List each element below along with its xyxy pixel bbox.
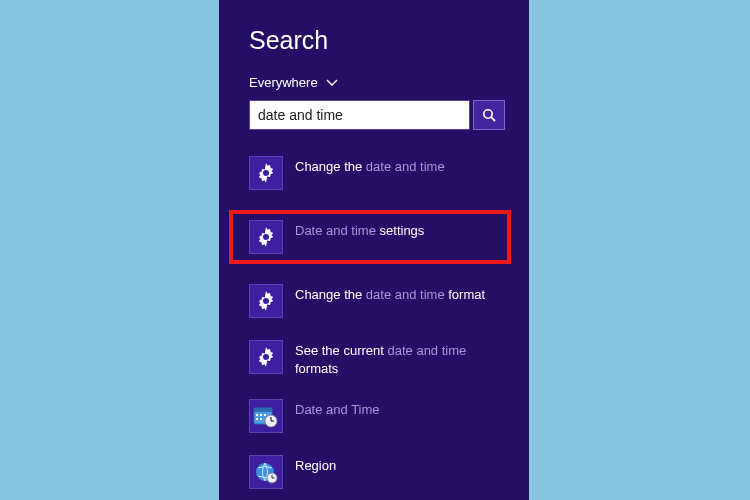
svg-point-5 [263,234,269,240]
search-result-label: Change the date and time format [295,284,485,304]
search-scope-dropdown[interactable]: Everywhere [249,75,505,90]
svg-rect-11 [254,408,272,412]
search-icon [481,107,497,123]
svg-rect-15 [256,418,258,420]
search-input[interactable] [249,100,470,130]
search-title: Search [249,26,505,55]
search-result-item[interactable]: Date and Time [249,397,505,435]
gear-icon [249,284,283,318]
search-charm-panel: Search Everywhere Change the date and ti… [219,0,529,500]
gear-icon [249,156,283,190]
svg-point-9 [263,354,269,360]
gear-icon [249,220,283,254]
region-cpl-icon [249,455,283,489]
search-result-label: Date and Time [295,399,380,419]
search-result-label: Region [295,455,336,475]
search-scope-label: Everywhere [249,75,318,90]
gear-icon [249,340,283,374]
svg-line-1 [491,117,495,121]
search-button[interactable] [473,100,505,130]
svg-rect-13 [260,414,262,416]
search-result-item[interactable]: Date and time settings [229,210,511,264]
search-result-label: Date and time settings [295,220,424,240]
svg-rect-14 [264,414,266,416]
search-result-item[interactable]: Change the date and time format [249,282,505,320]
svg-point-3 [263,170,269,176]
search-result-item[interactable]: Region [249,453,505,491]
svg-rect-16 [260,418,262,420]
svg-rect-12 [256,414,258,416]
datetime-cpl-icon [249,399,283,433]
svg-point-7 [263,298,269,304]
search-result-label: Change the date and time [295,156,445,176]
search-row [249,100,505,130]
search-result-item[interactable]: See the current date and time formats [249,338,505,379]
search-result-item[interactable]: Change the date and time [249,154,505,192]
search-result-label: See the current date and time formats [295,340,505,377]
chevron-down-icon [326,79,338,87]
svg-point-0 [484,110,492,118]
search-results-list: Change the date and timeDate and time se… [249,154,505,491]
